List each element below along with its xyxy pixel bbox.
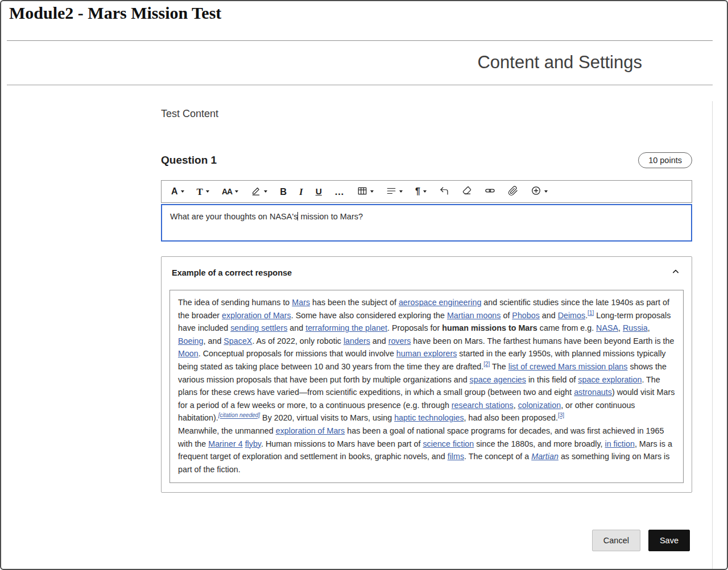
inline-link[interactable]: Boeing [178,336,204,346]
points-badge[interactable]: 10 points [638,152,692,168]
inline-link[interactable]: space exploration [578,375,642,384]
reference-link[interactable]: [3] [558,413,564,419]
attach-file-button[interactable] [505,184,521,199]
plus-circle-icon [531,185,541,198]
response-paragraph: The idea of sending humans to Mars has b… [178,296,675,425]
font-color-button[interactable]: A [168,185,187,198]
inline-link[interactable]: astronauts [574,388,612,397]
underline-icon: U [316,187,322,196]
chevron-down-icon [423,190,427,193]
underline-button[interactable]: U [313,185,325,198]
bold-button[interactable]: B [277,185,289,198]
chevron-down-icon [206,190,209,193]
inline-link[interactable]: exploration of Mars [276,426,345,435]
undo-button[interactable] [436,184,452,199]
question-title: Question 1 [161,154,217,167]
inline-link[interactable]: colonization [518,401,561,410]
section-title: Content and Settings [477,52,642,73]
inline-link[interactable]: Russia [623,323,648,332]
superscript: [citation needed] [218,413,260,419]
inline-link[interactable]: research stations [452,401,514,410]
italic-icon: I [299,187,303,197]
italic-button[interactable]: I [296,185,306,198]
highlight-pen-icon [251,186,261,198]
insert-link-button[interactable] [482,184,498,199]
inline-link[interactable]: Mars [292,298,310,307]
example-response-text[interactable]: The idea of sending humans to Mars has b… [169,290,684,483]
paragraph-format-button[interactable]: ¶ [412,185,429,198]
divider [7,40,713,41]
example-response-panel: Example of a correct response The idea o… [161,256,692,493]
paragraph-icon: ¶ [415,187,420,196]
inline-link[interactable]: list of crewed Mars mission plans [508,362,628,371]
align-button[interactable] [383,184,406,199]
question-header-row: Question 1 10 points [161,152,692,168]
align-left-icon [386,186,396,198]
inline-link[interactable]: in fiction [605,439,634,448]
inline-link[interactable]: Martian moons [447,311,501,320]
inline-link[interactable]: landers [344,336,370,346]
chevron-down-icon [181,190,184,193]
eraser-icon [462,186,472,198]
font-size-button[interactable]: AA [219,186,241,197]
font-color-icon: A [171,187,178,196]
chevron-down-icon [264,190,267,193]
inline-link[interactable]: terraforming the planet [305,323,387,332]
chevron-down-icon [370,190,374,193]
question-prompt-after: mission to Mars? [298,212,363,221]
ellipsis-icon: … [334,187,345,197]
inline-link[interactable]: Martian [531,452,559,461]
link-icon [485,185,495,198]
inline-link[interactable]: Deimos [558,311,585,320]
more-options-button[interactable]: … [332,185,348,198]
inline-link[interactable]: Mariner 4 [208,439,242,448]
inline-link[interactable]: SpaceX [224,336,252,346]
chevron-up-icon[interactable] [670,266,681,280]
inline-link[interactable]: Moon [178,349,198,358]
undo-icon [439,186,449,198]
bold-text: human missions to Mars [442,323,537,332]
inline-link[interactable]: flyby [245,439,261,448]
paperclip-icon [508,186,518,198]
table-icon [357,186,367,198]
question-text-editor[interactable]: What are your thoughts on NASA's mission… [161,204,692,242]
rich-text-toolbar: A T AA B I U [161,180,692,203]
test-editor-window: Module2 - Mars Mission Test Content and … [0,0,728,570]
superscript: [1] [588,310,594,316]
save-button[interactable]: Save [648,530,690,551]
panel-edge [712,101,713,569]
inline-link[interactable]: Phobos [512,311,540,320]
inline-link[interactable]: exploration of Mars [222,311,291,320]
example-panel-title: Example of a correct response [172,268,292,277]
reference-link[interactable]: [2] [483,361,490,367]
ink-highlight-button[interactable] [248,184,270,199]
superscript: [3] [558,413,564,419]
inline-link[interactable]: science fiction [423,439,474,448]
cancel-button[interactable]: Cancel [592,530,640,551]
superscript: [2] [483,361,490,367]
inline-link[interactable]: human explorers [396,349,457,358]
citation-needed-link[interactable]: [citation needed] [218,413,260,419]
chevron-down-icon [399,190,403,193]
action-buttons: Cancel Save [592,530,690,551]
inline-link[interactable]: NASA [596,323,618,332]
question-prompt-before: What are your thoughts on NASA's [170,212,297,221]
inline-link[interactable]: aerospace engineering [399,298,481,307]
inline-link[interactable]: rovers [388,336,411,346]
inline-link[interactable]: films [448,452,464,461]
inline-link[interactable]: sending settlers [230,323,287,332]
insert-content-button[interactable] [528,184,551,199]
eraser-button[interactable] [459,184,475,199]
reference-link[interactable]: [1] [588,310,594,316]
page-title: Module2 - Mars Mission Test [9,3,221,23]
test-content-label: Test Content [161,108,692,120]
chevron-down-icon [544,190,548,193]
text-style-icon: T [197,187,203,197]
text-style-button[interactable]: T [194,185,212,198]
inline-link[interactable]: haptic technologies [394,413,464,422]
example-panel-toggle[interactable]: Example of a correct response [162,257,692,288]
divider [7,85,713,85]
insert-table-button[interactable] [354,184,377,199]
inline-link[interactable]: space agencies [470,375,526,384]
font-size-icon: AA [222,188,232,195]
